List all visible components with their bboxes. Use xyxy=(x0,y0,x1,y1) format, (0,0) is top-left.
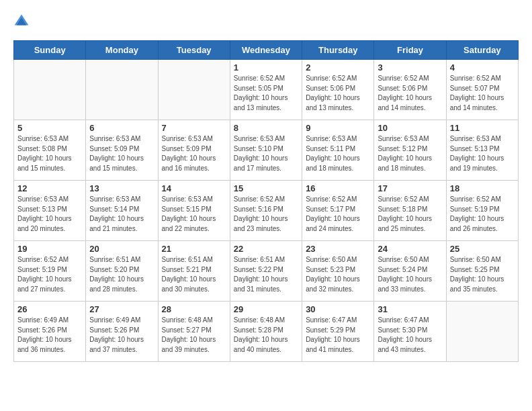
day-info: Sunrise: 6:52 AM Sunset: 5:05 PM Dayligh… xyxy=(234,74,298,113)
day-info: Sunrise: 6:47 AM Sunset: 5:30 PM Dayligh… xyxy=(378,316,442,355)
day-number: 23 xyxy=(306,244,370,254)
calendar-cell: 19Sunrise: 6:52 AM Sunset: 5:19 PM Dayli… xyxy=(14,241,86,302)
calendar-cell: 1Sunrise: 6:52 AM Sunset: 5:05 PM Daylig… xyxy=(230,60,302,120)
day-info: Sunrise: 6:51 AM Sunset: 5:20 PM Dayligh… xyxy=(89,255,154,294)
day-info: Sunrise: 6:52 AM Sunset: 5:16 PM Dayligh… xyxy=(234,195,298,234)
day-number: 20 xyxy=(89,244,154,254)
day-info: Sunrise: 6:51 AM Sunset: 5:22 PM Dayligh… xyxy=(234,255,298,294)
day-info: Sunrise: 6:53 AM Sunset: 5:08 PM Dayligh… xyxy=(17,134,82,173)
day-number: 7 xyxy=(162,123,226,133)
day-info: Sunrise: 6:52 AM Sunset: 5:19 PM Dayligh… xyxy=(450,195,515,234)
calendar-cell: 6Sunrise: 6:53 AM Sunset: 5:09 PM Daylig… xyxy=(86,120,158,181)
day-number: 11 xyxy=(450,123,515,133)
calendar-cell: 17Sunrise: 6:52 AM Sunset: 5:18 PM Dayli… xyxy=(374,181,446,241)
calendar-cell: 24Sunrise: 6:50 AM Sunset: 5:24 PM Dayli… xyxy=(374,241,446,302)
day-info: Sunrise: 6:53 AM Sunset: 5:13 PM Dayligh… xyxy=(450,134,515,173)
day-number: 5 xyxy=(17,123,82,133)
weekday-header-monday: Monday xyxy=(86,41,158,60)
day-info: Sunrise: 6:48 AM Sunset: 5:28 PM Dayligh… xyxy=(234,316,298,355)
calendar-table: SundayMondayTuesdayWednesdayThursdayFrid… xyxy=(13,40,519,362)
day-number: 14 xyxy=(162,183,226,193)
calendar-cell xyxy=(158,60,230,120)
calendar-cell: 23Sunrise: 6:50 AM Sunset: 5:23 PM Dayli… xyxy=(302,241,374,302)
day-number: 21 xyxy=(162,244,226,254)
day-number: 4 xyxy=(450,62,515,73)
calendar-cell: 20Sunrise: 6:51 AM Sunset: 5:20 PM Dayli… xyxy=(86,241,158,302)
day-info: Sunrise: 6:52 AM Sunset: 5:19 PM Dayligh… xyxy=(17,255,82,294)
day-info: Sunrise: 6:51 AM Sunset: 5:21 PM Dayligh… xyxy=(162,255,226,294)
calendar-cell xyxy=(14,60,86,120)
day-info: Sunrise: 6:53 AM Sunset: 5:14 PM Dayligh… xyxy=(89,195,154,234)
day-number: 12 xyxy=(17,183,82,193)
day-info: Sunrise: 6:53 AM Sunset: 5:13 PM Dayligh… xyxy=(17,195,82,234)
calendar-week-5: 26Sunrise: 6:49 AM Sunset: 5:26 PM Dayli… xyxy=(14,302,519,362)
day-number: 2 xyxy=(306,62,370,73)
day-info: Sunrise: 6:47 AM Sunset: 5:29 PM Dayligh… xyxy=(306,316,370,355)
calendar-week-4: 19Sunrise: 6:52 AM Sunset: 5:19 PM Dayli… xyxy=(14,241,519,302)
weekday-header-tuesday: Tuesday xyxy=(158,41,230,60)
calendar-cell: 7Sunrise: 6:53 AM Sunset: 5:09 PM Daylig… xyxy=(158,120,230,181)
day-number: 3 xyxy=(378,62,442,73)
day-number: 24 xyxy=(378,244,442,254)
day-info: Sunrise: 6:53 AM Sunset: 5:15 PM Dayligh… xyxy=(162,195,226,234)
logo-icon xyxy=(13,13,30,30)
calendar-week-3: 12Sunrise: 6:53 AM Sunset: 5:13 PM Dayli… xyxy=(14,181,519,241)
day-number: 26 xyxy=(17,304,82,314)
calendar-cell xyxy=(446,302,518,362)
calendar-cell: 12Sunrise: 6:53 AM Sunset: 5:13 PM Dayli… xyxy=(14,181,86,241)
calendar-cell: 30Sunrise: 6:47 AM Sunset: 5:29 PM Dayli… xyxy=(302,302,374,362)
day-number: 15 xyxy=(234,183,298,193)
calendar-cell: 21Sunrise: 6:51 AM Sunset: 5:21 PM Dayli… xyxy=(158,241,230,302)
day-number: 16 xyxy=(306,183,370,193)
calendar-cell: 10Sunrise: 6:53 AM Sunset: 5:12 PM Dayli… xyxy=(374,120,446,181)
day-number: 1 xyxy=(234,62,298,73)
logo xyxy=(13,13,32,30)
day-number: 27 xyxy=(89,304,154,314)
day-number: 29 xyxy=(234,304,298,314)
day-info: Sunrise: 6:52 AM Sunset: 5:06 PM Dayligh… xyxy=(378,74,442,113)
calendar-cell: 16Sunrise: 6:52 AM Sunset: 5:17 PM Dayli… xyxy=(302,181,374,241)
day-number: 8 xyxy=(234,123,298,133)
weekday-header-row: SundayMondayTuesdayWednesdayThursdayFrid… xyxy=(14,41,519,60)
calendar-cell: 26Sunrise: 6:49 AM Sunset: 5:26 PM Dayli… xyxy=(14,302,86,362)
calendar-cell: 5Sunrise: 6:53 AM Sunset: 5:08 PM Daylig… xyxy=(14,120,86,181)
calendar-body: 1Sunrise: 6:52 AM Sunset: 5:05 PM Daylig… xyxy=(14,60,519,362)
day-number: 18 xyxy=(450,183,515,193)
calendar-cell: 9Sunrise: 6:53 AM Sunset: 5:11 PM Daylig… xyxy=(302,120,374,181)
day-number: 31 xyxy=(378,304,442,314)
day-info: Sunrise: 6:52 AM Sunset: 5:18 PM Dayligh… xyxy=(378,195,442,234)
day-number: 17 xyxy=(378,183,442,193)
day-number: 9 xyxy=(306,123,370,133)
day-info: Sunrise: 6:50 AM Sunset: 5:24 PM Dayligh… xyxy=(378,255,442,294)
day-info: Sunrise: 6:52 AM Sunset: 5:07 PM Dayligh… xyxy=(450,74,515,113)
calendar-cell: 3Sunrise: 6:52 AM Sunset: 5:06 PM Daylig… xyxy=(374,60,446,120)
calendar-cell: 29Sunrise: 6:48 AM Sunset: 5:28 PM Dayli… xyxy=(230,302,302,362)
day-info: Sunrise: 6:50 AM Sunset: 5:25 PM Dayligh… xyxy=(450,255,515,294)
day-number: 13 xyxy=(89,183,154,193)
day-info: Sunrise: 6:52 AM Sunset: 5:06 PM Dayligh… xyxy=(306,74,370,113)
day-info: Sunrise: 6:52 AM Sunset: 5:17 PM Dayligh… xyxy=(306,195,370,234)
calendar-cell xyxy=(86,60,158,120)
calendar-cell: 22Sunrise: 6:51 AM Sunset: 5:22 PM Dayli… xyxy=(230,241,302,302)
day-number: 25 xyxy=(450,244,515,254)
calendar-cell: 18Sunrise: 6:52 AM Sunset: 5:19 PM Dayli… xyxy=(446,181,518,241)
calendar-cell: 28Sunrise: 6:48 AM Sunset: 5:27 PM Dayli… xyxy=(158,302,230,362)
weekday-header-wednesday: Wednesday xyxy=(230,41,302,60)
weekday-header-sunday: Sunday xyxy=(14,41,86,60)
weekday-header-thursday: Thursday xyxy=(302,41,374,60)
day-info: Sunrise: 6:53 AM Sunset: 5:09 PM Dayligh… xyxy=(89,134,154,173)
day-info: Sunrise: 6:49 AM Sunset: 5:26 PM Dayligh… xyxy=(89,316,154,355)
calendar-cell: 15Sunrise: 6:52 AM Sunset: 5:16 PM Dayli… xyxy=(230,181,302,241)
day-number: 30 xyxy=(306,304,370,314)
calendar-cell: 27Sunrise: 6:49 AM Sunset: 5:26 PM Dayli… xyxy=(86,302,158,362)
calendar-cell: 14Sunrise: 6:53 AM Sunset: 5:15 PM Dayli… xyxy=(158,181,230,241)
day-number: 19 xyxy=(17,244,82,254)
calendar-week-1: 1Sunrise: 6:52 AM Sunset: 5:05 PM Daylig… xyxy=(14,60,519,120)
calendar-week-2: 5Sunrise: 6:53 AM Sunset: 5:08 PM Daylig… xyxy=(14,120,519,181)
calendar-cell: 13Sunrise: 6:53 AM Sunset: 5:14 PM Dayli… xyxy=(86,181,158,241)
calendar-cell: 11Sunrise: 6:53 AM Sunset: 5:13 PM Dayli… xyxy=(446,120,518,181)
calendar-cell: 8Sunrise: 6:53 AM Sunset: 5:10 PM Daylig… xyxy=(230,120,302,181)
day-info: Sunrise: 6:53 AM Sunset: 5:11 PM Dayligh… xyxy=(306,134,370,173)
page-header xyxy=(13,13,519,30)
day-number: 22 xyxy=(234,244,298,254)
